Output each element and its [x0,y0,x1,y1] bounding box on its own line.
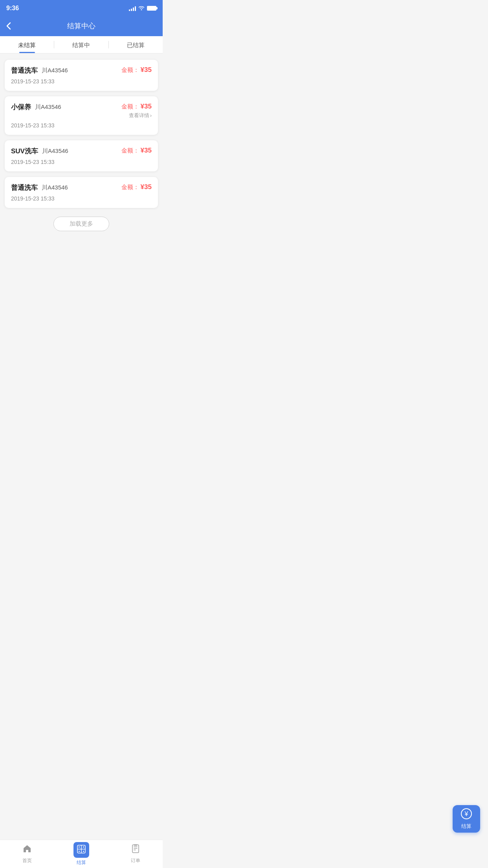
order-card-1: 普通洗车 川A43546 金额： ¥35 2019-15-23 15:33 [5,60,158,91]
order-card-4: 普通洗车 川A43546 金额： ¥35 2019-15-23 15:33 [5,177,158,208]
service-name-2: 小保养 [11,103,31,112]
wifi-icon [138,5,145,11]
order-date-3: 2019-15-23 15:33 [11,159,152,165]
amount-value-4: ¥35 [141,183,152,191]
order-date-2: 2019-15-23 15:33 [11,122,152,129]
tab-settled[interactable]: 已结算 [109,36,163,53]
plate-number-2: 川A43546 [35,103,61,111]
back-button[interactable] [6,22,11,30]
load-more-wrap: 加载更多 [5,217,158,231]
order-card-2: 小保养 川A43546 金额： ¥35 查看详情 2019-15-23 15:3… [5,96,158,135]
content-area: 普通洗车 川A43546 金额： ¥35 2019-15-23 15:33 小保… [0,53,163,244]
header: 结算中心 [0,16,163,36]
load-more-button[interactable]: 加载更多 [53,217,109,231]
plate-number-3: 川A43546 [42,147,68,155]
order-date-4: 2019-15-23 15:33 [11,195,152,202]
view-detail-button-2[interactable]: 查看详情 [129,112,152,119]
amount-label-1: 金额： [121,66,139,74]
amount-label-2: 金额： [121,103,139,110]
service-name-3: SUV洗车 [11,147,38,156]
amount-value-1: ¥35 [141,66,152,74]
tab-settling[interactable]: 结算中 [54,36,108,53]
tab-unsettled[interactable]: 未结算 [0,36,54,53]
page-title: 结算中心 [67,21,95,31]
amount-value-2: ¥35 [141,103,152,110]
tabs-bar: 未结算 结算中 已结算 [0,36,163,53]
amount-label-4: 金额： [121,184,139,191]
service-name-1: 普通洗车 [11,66,38,75]
status-bar: 9:36 [0,0,163,16]
battery-icon [147,6,156,11]
order-card-3: SUV洗车 川A43546 金额： ¥35 2019-15-23 15:33 [5,140,158,171]
plate-number-4: 川A43546 [42,184,68,191]
plate-number-1: 川A43546 [42,67,68,74]
service-name-4: 普通洗车 [11,183,38,192]
status-time: 9:36 [6,5,19,12]
order-date-1: 2019-15-23 15:33 [11,78,152,85]
amount-value-3: ¥35 [141,147,152,154]
signal-icon [129,6,136,11]
status-icons [129,5,156,11]
amount-label-3: 金额： [121,147,139,154]
